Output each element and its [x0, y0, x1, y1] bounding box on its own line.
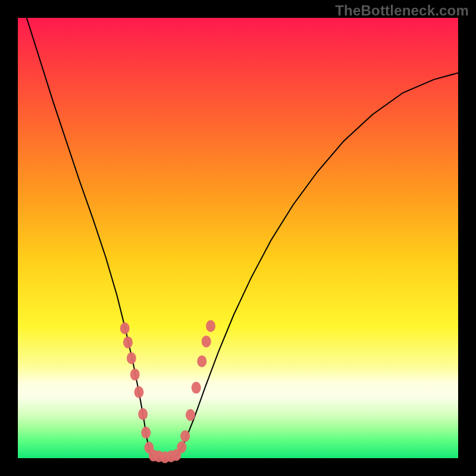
curve-layer [18, 18, 458, 458]
data-marker [127, 352, 136, 364]
plot-area [18, 18, 458, 458]
data-marker [130, 368, 140, 380]
data-marker [186, 409, 195, 421]
data-marker [123, 336, 133, 348]
data-marker [120, 322, 130, 334]
data-marker [197, 355, 206, 367]
data-marker [180, 430, 190, 442]
data-marker [192, 382, 201, 394]
data-marker [138, 408, 148, 420]
curve-right-arm [177, 73, 458, 456]
chart-frame: TheBottleneck.com [0, 0, 476, 476]
data-marker [206, 320, 215, 332]
curve-left-arm [27, 18, 152, 456]
attribution-label: TheBottleneck.com [335, 2, 469, 19]
data-marker [134, 386, 144, 398]
data-marker [177, 441, 186, 453]
data-marker [202, 336, 211, 347]
marker-group [120, 320, 215, 464]
data-marker [141, 427, 151, 439]
